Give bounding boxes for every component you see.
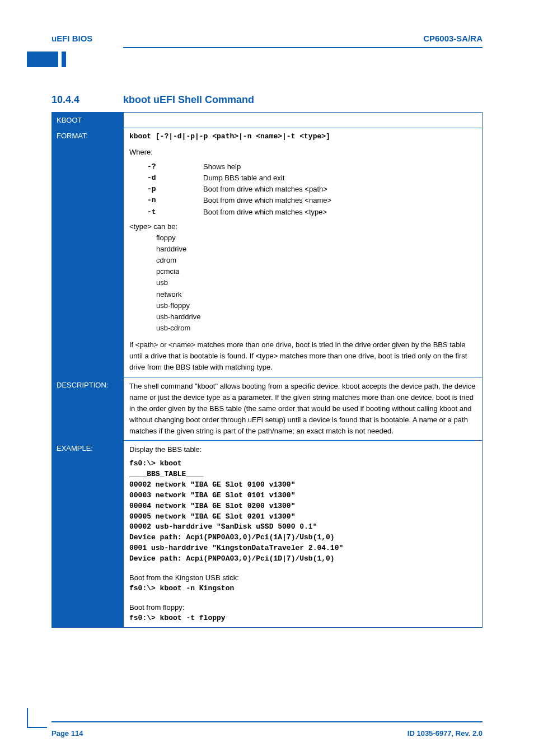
row-label-kboot: KBOOT bbox=[52, 113, 124, 128]
type-intro: <type> can be: bbox=[129, 221, 476, 232]
opt-key-2: -p bbox=[147, 184, 203, 195]
type-6: usb-floppy bbox=[156, 300, 476, 311]
opt-val-0: Shows help bbox=[203, 161, 476, 172]
row-content-example: Display the BBS table: fs0:\> kboot ____… bbox=[124, 441, 483, 628]
opt-val-2: Boot from drive which matches <path> bbox=[203, 184, 476, 195]
row-content-kboot bbox=[124, 113, 483, 128]
type-1: harddrive bbox=[156, 244, 476, 255]
header-right: CP6003-SA/RA bbox=[423, 34, 483, 43]
type-2: cdrom bbox=[156, 255, 476, 266]
type-0: floppy bbox=[156, 232, 476, 244]
page-corner-mark bbox=[27, 708, 47, 728]
type-5: network bbox=[156, 289, 476, 300]
row-label-desc: DESCRIPTION: bbox=[52, 377, 124, 441]
row-label-format: FORMAT: bbox=[52, 128, 124, 377]
format-where: Where: bbox=[129, 147, 476, 158]
opt-val-3: Boot from drive which matches <name> bbox=[203, 195, 476, 206]
example-code-3: fs0:\> kboot -t floppy bbox=[129, 613, 476, 624]
section-number: 10.4.4 bbox=[51, 94, 79, 106]
brand-logo bbox=[27, 52, 66, 83]
section-title: kboot uEFI Shell Command bbox=[123, 94, 254, 106]
description-text: The shell command "kboot" allows booting… bbox=[129, 381, 476, 437]
header-rule bbox=[123, 47, 483, 48]
row-content-desc: The shell command "kboot" allows booting… bbox=[124, 377, 483, 441]
example-intro-2: Boot from the Kingston USB stick: bbox=[129, 572, 476, 584]
format-syntax: kboot [-?|-d|-p|-p <path>|-n <name>|-t <… bbox=[129, 132, 476, 142]
example-intro-1: Display the BBS table: bbox=[129, 444, 476, 455]
footer-docid: ID 1035-6977, Rev. 2.0 bbox=[407, 729, 483, 738]
opt-key-3: -n bbox=[147, 195, 203, 206]
command-table: KBOOT FORMAT: kboot [-?|-d|-p|-p <path>|… bbox=[51, 112, 483, 628]
opt-key-1: -d bbox=[147, 172, 203, 184]
header-left: uEFI BIOS bbox=[51, 34, 92, 43]
example-intro-3: Boot from floppy: bbox=[129, 602, 476, 613]
type-4: usb bbox=[156, 277, 476, 288]
type-8: usb-cdrom bbox=[156, 323, 476, 334]
opt-key-4: -t bbox=[147, 207, 203, 218]
footer-page: Page 114 bbox=[51, 729, 83, 738]
type-7: usb-harddrive bbox=[156, 311, 476, 323]
type-3: pcmcia bbox=[156, 266, 476, 277]
opt-val-1: Dump BBS table and exit bbox=[203, 172, 476, 184]
format-note: If <path> or <name> matches more than on… bbox=[129, 339, 476, 373]
example-code-2: fs0:\> kboot -n Kingston bbox=[129, 584, 476, 594]
opt-val-4: Boot from drive which matches <type> bbox=[203, 207, 476, 218]
row-content-format: kboot [-?|-d|-p|-p <path>|-n <name>|-t <… bbox=[124, 128, 483, 377]
example-block-1: fs0:\> kboot ____BBS_TABLE____ 00002 net… bbox=[129, 459, 476, 564]
row-label-example: EXAMPLE: bbox=[52, 441, 124, 628]
opt-key-0: -? bbox=[147, 161, 203, 172]
footer-rule bbox=[51, 721, 483, 722]
